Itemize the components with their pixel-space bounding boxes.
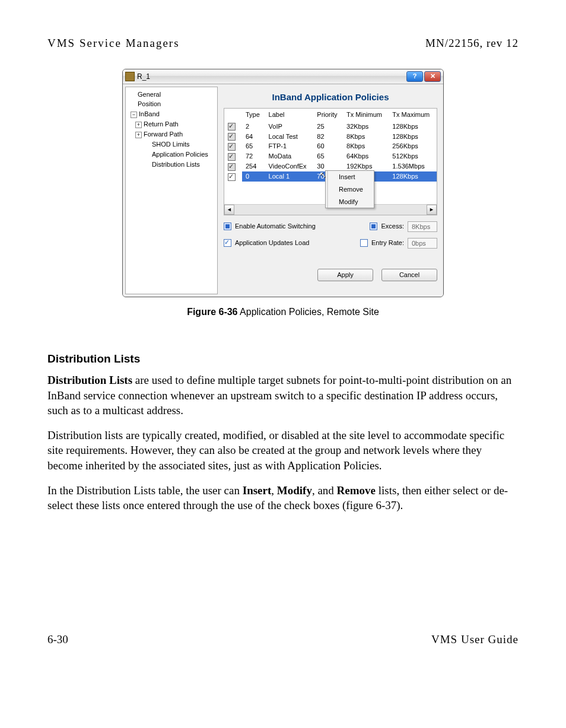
ctx-modify[interactable]: Modify: [327, 196, 374, 208]
auto-switch-checkbox[interactable]: [224, 222, 231, 230]
row-checkbox[interactable]: [228, 143, 236, 151]
tree-forward-path[interactable]: +Forward Path: [127, 129, 216, 139]
excess-label: Excess:: [381, 222, 404, 231]
table-row[interactable]: 72MoData6564Kbps512Kbps: [224, 151, 437, 161]
paragraph-1: Distribution Lists are used to define mu…: [47, 373, 519, 418]
page-footer: 6-30 VMS User Guide: [47, 632, 519, 647]
table-row[interactable]: 65FTP-1608Kbps256Kbps: [224, 141, 437, 151]
excess-checkbox[interactable]: [370, 222, 377, 230]
figure-6-36: R_1 ? ✕ General Position −InBand +Return…: [47, 69, 519, 319]
section-title: Distribution Lists: [47, 351, 519, 367]
figure-caption: Figure 6-36 Application Policies, Remote…: [187, 306, 379, 319]
header-left: VMS Service Managers: [47, 36, 180, 51]
tree-shod-limits[interactable]: SHOD Limits: [127, 139, 216, 150]
collapse-icon[interactable]: −: [131, 112, 137, 118]
header-right: MN/22156, rev 12: [425, 36, 519, 51]
row-checkbox[interactable]: [228, 163, 236, 171]
updates-load-label: Application Updates Load: [235, 239, 309, 247]
cursor-icon: ↖: [319, 169, 326, 180]
cancel-button[interactable]: Cancel: [381, 269, 437, 281]
updates-load-checkbox[interactable]: [224, 239, 231, 247]
col-label[interactable]: Label: [265, 109, 314, 121]
tree-dist-lists[interactable]: Distribution Lists: [127, 160, 216, 170]
entry-rate-field[interactable]: 0bps: [408, 238, 437, 249]
entry-rate-label: Entry Rate:: [371, 239, 404, 247]
col-check[interactable]: [224, 109, 242, 121]
page-header: VMS Service Managers MN/22156, rev 12: [47, 36, 519, 51]
row-checkbox[interactable]: [228, 123, 236, 131]
page-number: 6-30: [47, 632, 68, 647]
window-title: R_1: [137, 72, 406, 81]
col-txmax[interactable]: Tx Maximum: [389, 109, 437, 121]
apply-button[interactable]: Apply: [317, 269, 373, 281]
footer-right: VMS User Guide: [431, 632, 519, 647]
tree-position[interactable]: Position: [127, 99, 216, 109]
excess-field[interactable]: 8Kbps: [408, 221, 437, 232]
policies-table-wrap: Type Label Priority Tx Minimum Tx Maximu…: [224, 108, 437, 215]
auto-switch-label: Enable Automatic Switching: [235, 222, 316, 231]
tree-general[interactable]: General: [127, 90, 216, 100]
entry-rate-checkbox[interactable]: [360, 239, 368, 247]
scroll-right-icon[interactable]: ►: [427, 205, 437, 215]
tree-app-policies[interactable]: Application Policies: [127, 150, 216, 160]
col-type[interactable]: Type: [242, 109, 265, 121]
help-button[interactable]: ?: [406, 71, 423, 82]
panel-title: InBand Application Policies: [224, 88, 437, 108]
expand-icon[interactable]: +: [135, 122, 142, 128]
titlebar[interactable]: R_1 ? ✕: [123, 69, 443, 84]
paragraph-2: Distribution lists are typically created…: [47, 428, 519, 473]
row-checkbox[interactable]: [228, 153, 236, 161]
context-menu[interactable]: Insert Remove Modify: [325, 170, 374, 209]
ctx-insert[interactable]: Insert: [327, 171, 374, 183]
dialog-window: R_1 ? ✕ General Position −InBand +Return…: [122, 69, 444, 297]
col-txmin[interactable]: Tx Minimum: [343, 109, 389, 121]
tree-return-path[interactable]: +Return Path: [127, 119, 216, 129]
ctx-remove[interactable]: Remove: [327, 183, 374, 196]
scroll-left-icon[interactable]: ◄: [224, 205, 234, 215]
col-priority[interactable]: Priority: [313, 109, 343, 121]
paragraph-3: In the Distribution Lists table, the use…: [47, 483, 519, 513]
tree-inband[interactable]: −InBand: [127, 109, 216, 119]
table-row[interactable]: 64Local Test828Kbps128Kbps: [224, 132, 437, 142]
close-button[interactable]: ✕: [424, 71, 441, 82]
table-row[interactable]: 2VoIP2532Kbps128Kbps: [224, 121, 437, 131]
nav-tree[interactable]: General Position −InBand +Return Path +F…: [125, 87, 218, 294]
app-icon: [125, 72, 135, 81]
expand-icon[interactable]: +: [135, 132, 142, 138]
row-checkbox[interactable]: [228, 173, 236, 181]
row-checkbox[interactable]: [228, 133, 236, 141]
